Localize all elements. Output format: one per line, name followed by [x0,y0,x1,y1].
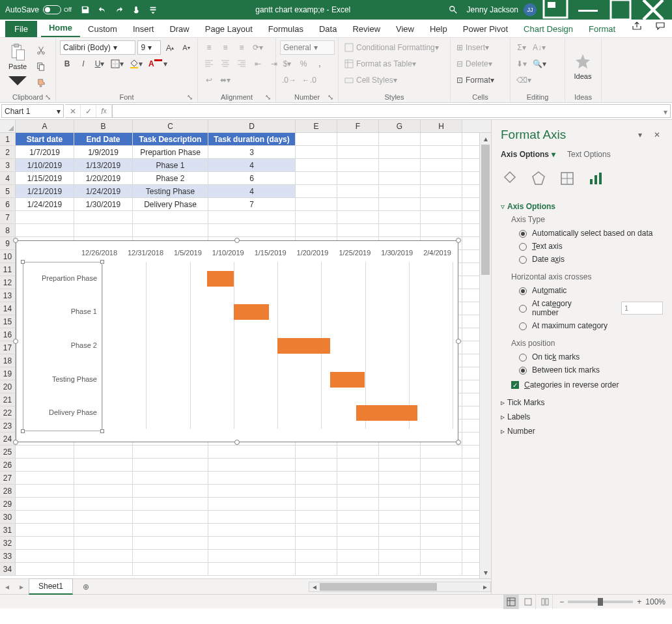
cell[interactable] [74,511,133,523]
row-header[interactable]: 4 [0,172,16,184]
name-box[interactable]: Chart 1▾ [1,104,64,118]
cell[interactable] [74,472,133,484]
cell[interactable] [337,459,379,471]
cell[interactable] [337,498,379,510]
underline-button[interactable]: U ▾ [92,57,107,71]
cell[interactable] [133,211,208,223]
formula-input[interactable]: ▾ [113,104,671,118]
conditional-formatting-button[interactable]: Conditional Formatting ▾ [343,40,447,55]
cell[interactable]: Start date [16,133,74,145]
row-header[interactable]: 32 [0,537,16,549]
cell[interactable] [16,446,74,458]
row-header[interactable]: 2 [0,146,16,158]
sheet-nav-prev[interactable]: ◂ [0,579,14,595]
wrap-text-button[interactable]: ↩ [202,73,216,87]
chart-x-axis-labels[interactable]: 12/26/201812/31/20181/5/20191/10/20191/1… [81,249,451,257]
cell[interactable] [421,133,462,145]
row-header[interactable]: 12 [0,276,16,289]
column-header[interactable]: F [337,120,379,132]
cell[interactable] [296,485,337,497]
tab-home[interactable]: Home [41,19,80,37]
cell-styles-button[interactable]: Cell Styles ▾ [343,73,447,87]
chart-handle-icon[interactable] [456,339,461,344]
cell[interactable] [16,224,74,236]
cell[interactable] [379,172,421,184]
size-properties-icon[interactable] [558,169,576,188]
orientation-button[interactable]: ⟳▾ [251,40,265,55]
chart-handle-icon[interactable] [234,238,240,243]
user-name[interactable]: Jenny Jackson [467,5,518,14]
cell[interactable] [296,211,337,223]
column-header[interactable]: C [133,120,208,132]
cell[interactable] [337,537,379,549]
cell[interactable] [208,472,296,484]
align-bottom-button[interactable]: ≡ [234,40,249,55]
cell[interactable]: 4 [208,185,296,197]
paste-button[interactable]: Paste [4,40,31,92]
cell[interactable] [421,185,462,197]
row-header[interactable]: 6 [0,198,16,210]
cell[interactable] [337,446,379,458]
cell[interactable] [296,198,337,210]
cell[interactable] [379,211,421,223]
cell[interactable] [133,446,208,458]
fill-button[interactable]: ⬇▾ [514,57,529,71]
text-options-tab[interactable]: Text Options [567,150,611,159]
row-header[interactable]: 31 [0,524,16,536]
cell[interactable] [379,498,421,510]
tab-review[interactable]: Review [344,20,388,37]
tab-view[interactable]: View [388,20,422,37]
cell[interactable] [296,550,337,562]
gantt-bar[interactable] [234,304,269,320]
radio-at-maximum[interactable]: At maximum category [501,319,663,332]
save-button[interactable] [77,0,94,20]
cell[interactable] [337,198,379,210]
cell[interactable]: 1/20/2019 [74,172,133,184]
search-button[interactable] [445,0,462,20]
cell[interactable] [74,224,133,236]
row-header[interactable]: 8 [0,224,16,236]
increase-decimal-button[interactable]: .0→ [280,73,298,87]
cell[interactable] [379,146,421,158]
page-layout-view-button[interactable] [520,595,536,609]
delete-cells-button[interactable]: ⊟ Delete ▾ [455,57,507,71]
cell[interactable] [133,537,208,549]
cell[interactable]: 4 [208,159,296,171]
embedded-chart[interactable]: 12/26/201812/31/20181/5/20191/10/20191/1… [16,240,458,442]
align-middle-button[interactable]: ≡ [218,40,232,55]
cell[interactable] [379,185,421,197]
ideas-button[interactable]: Ideas [569,40,596,92]
radio-date-axis[interactable]: Date axis [501,253,663,266]
cell[interactable] [379,537,421,549]
gantt-bar[interactable] [277,338,330,354]
radio-on-tick[interactable]: On tick marks [501,350,663,363]
cell[interactable] [421,159,462,171]
cell[interactable] [379,459,421,471]
cell[interactable] [337,185,379,197]
cell[interactable] [16,211,74,223]
cell[interactable] [208,550,296,562]
column-header[interactable]: G [379,120,421,132]
cut-button[interactable] [34,43,48,57]
cell[interactable] [133,224,208,236]
cell[interactable] [133,485,208,497]
axis-options-tab[interactable]: Axis Options ▾ [501,150,555,159]
cell[interactable] [421,511,462,523]
cell[interactable] [337,563,379,575]
row-header[interactable]: 11 [0,263,16,276]
scroll-up-button[interactable]: ▴ [480,133,491,145]
cell[interactable] [74,446,133,458]
tab-draw[interactable]: Draw [161,20,197,37]
column-header[interactable]: D [208,120,296,132]
cell[interactable] [133,524,208,536]
cell[interactable] [421,498,462,510]
tab-help[interactable]: Help [422,20,455,37]
chart-handle-icon[interactable] [13,440,18,445]
cell[interactable] [16,511,74,523]
cell[interactable] [208,511,296,523]
cell[interactable] [296,159,337,171]
cell[interactable] [208,498,296,510]
task-pane-close-button[interactable]: ✕ [651,129,663,141]
cell[interactable] [421,211,462,223]
cell[interactable] [296,563,337,575]
